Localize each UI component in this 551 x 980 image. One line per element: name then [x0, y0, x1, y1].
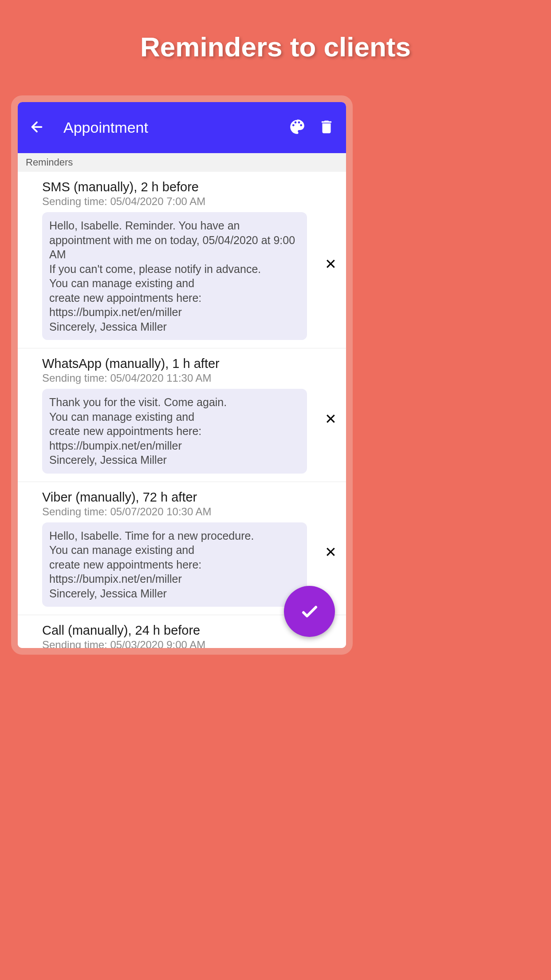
delete-reminder-button[interactable]: ✕ [315, 356, 346, 482]
reminder-time: Sending time: 05/04/2020 7:00 AM [42, 195, 307, 208]
reminder-body: Hello, Isabelle. Reminder. You have an a… [42, 212, 307, 340]
reminder-time: Sending time: 05/04/2020 11:30 AM [42, 372, 307, 384]
phone-screen: Appointment Reminders SMS (manually), 2 … [11, 95, 353, 655]
app-title: Appointment [63, 119, 276, 136]
delete-reminder-button[interactable]: ✕ [315, 180, 346, 348]
reminder-title: Viber (manually), 72 h after [42, 490, 307, 505]
reminder-body: Thank you for the visit. Come again. You… [42, 389, 307, 474]
page-title: Reminders to clients [0, 0, 551, 63]
close-icon: ✕ [325, 411, 337, 427]
reminder-title: WhatsApp (manually), 1 h after [42, 356, 307, 371]
reminder-item[interactable]: SMS (manually), 2 h before Sending time:… [18, 172, 346, 348]
trash-icon[interactable] [306, 119, 335, 137]
reminders-list: SMS (manually), 2 h before Sending time:… [18, 172, 346, 655]
app-header: Appointment [18, 102, 346, 153]
back-arrow-icon[interactable] [29, 119, 45, 137]
section-header: Reminders [18, 153, 346, 172]
reminder-time: Sending time: 05/07/2020 10:30 AM [42, 506, 307, 518]
close-icon: ✕ [325, 544, 337, 561]
reminder-body: Hello, Isabelle. Time for a new procedur… [42, 522, 307, 607]
reminder-item[interactable]: WhatsApp (manually), 1 h after Sending t… [18, 348, 346, 482]
reminder-title: SMS (manually), 2 h before [42, 180, 307, 194]
reminder-time: Sending time: 05/03/2020 9:00 AM [42, 639, 338, 651]
close-icon: ✕ [325, 256, 337, 273]
palette-icon[interactable] [276, 119, 306, 137]
confirm-fab-button[interactable] [284, 586, 335, 637]
